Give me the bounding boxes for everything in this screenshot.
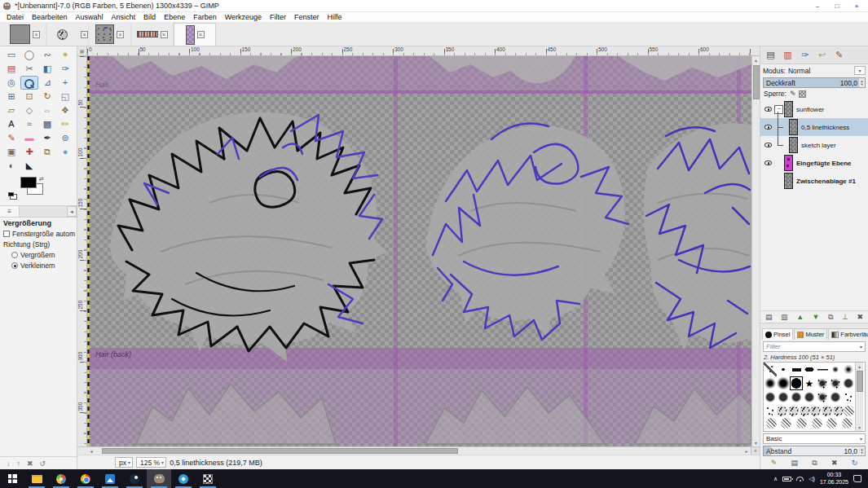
tool-button-text[interactable]: A <box>2 117 20 131</box>
horizontal-scroll-thumb[interactable] <box>102 448 458 454</box>
taskbar-clock[interactable]: 00:33 17.06.2025 <box>820 472 848 486</box>
brush-cell[interactable] <box>766 418 777 429</box>
brush-cell[interactable] <box>826 418 837 429</box>
visibility-eye-icon[interactable] <box>763 125 773 130</box>
brush-cell[interactable] <box>790 390 803 404</box>
tool-button-handle-transform[interactable]: ❖ <box>56 103 74 117</box>
scroll-down-icon[interactable]: ▾ <box>856 424 863 431</box>
menu-item[interactable]: Farben <box>189 13 221 21</box>
tool-button-scissors-select[interactable]: ✂ <box>20 62 38 76</box>
taskbar-app-messenger[interactable] <box>171 469 196 488</box>
dialog-tab-channels[interactable]: ▥ <box>779 46 796 64</box>
tool-button-perspective[interactable]: ◇ <box>20 103 38 117</box>
tool-button-pencil[interactable]: ✏ <box>56 117 74 131</box>
menu-item[interactable]: Werkzeuge <box>221 13 266 21</box>
image-tab-image-2[interactable]: × <box>46 23 89 46</box>
tray-chevron-icon[interactable]: ∧ <box>773 476 778 482</box>
menu-item[interactable]: Filter <box>266 13 290 21</box>
brush-cell[interactable] <box>842 390 855 404</box>
tool-options-button-restore-options[interactable]: ↑ <box>17 459 21 468</box>
brush-cell[interactable] <box>764 404 777 418</box>
image-tab-image-4[interactable]: × <box>131 23 174 46</box>
layer-button-anchor-layer[interactable]: ⊥ <box>842 314 848 321</box>
swap-colors-icon[interactable]: ⇄ <box>39 176 44 182</box>
taskbar-app-explorer[interactable] <box>24 469 49 488</box>
brush-button-delete-brush[interactable]: ✖ <box>831 459 838 467</box>
dialog-tab-layers[interactable]: ▤ <box>762 46 779 64</box>
vertical-ruler[interactable]: 50100150200250300350400 <box>77 56 87 446</box>
tab-close-icon[interactable]: × <box>33 31 40 38</box>
default-colors-icon[interactable] <box>8 192 14 196</box>
visibility-eye-icon[interactable] <box>763 143 773 147</box>
tool-button-scale[interactable]: ◱ <box>56 90 74 103</box>
opacity-slider[interactable]: Deckkraft 100,0 ▲▼ <box>763 77 866 88</box>
brush-button-duplicate-brush[interactable]: ⧉ <box>812 459 817 468</box>
tool-button-ellipse-select[interactable]: ◯ <box>20 48 38 62</box>
taskbar-app-photos[interactable] <box>98 469 122 488</box>
auto-resize-checkbox[interactable] <box>3 231 10 237</box>
tool-button-align[interactable]: ⊞ <box>2 90 20 103</box>
battery-icon[interactable] <box>782 477 791 481</box>
layer-button-duplicate-layer[interactable]: ⧉ <box>828 314 833 321</box>
scroll-up-icon[interactable]: ▴ <box>752 56 760 64</box>
menu-item[interactable]: Datei <box>2 13 28 21</box>
brush-scroll-thumb[interactable] <box>857 371 863 392</box>
layer-button-raise-layer[interactable]: ▲ <box>796 314 804 321</box>
tool-button-gradient[interactable]: ▩ <box>38 117 56 131</box>
tool-button-rectangle-select[interactable]: ▭ <box>2 48 20 62</box>
visibility-eye-icon[interactable] <box>763 160 773 165</box>
brush-filter-input[interactable]: Filter ▾ <box>763 341 866 352</box>
spacing-slider[interactable]: Abstand 10,0 ▲▼ <box>763 446 866 456</box>
brush-cell[interactable] <box>777 376 790 390</box>
menu-item[interactable]: Ebene <box>160 13 189 21</box>
color-swatches[interactable]: ⇄ <box>20 176 77 204</box>
zoom-direction-option[interactable]: Vergrößern <box>0 249 77 260</box>
brush-cell[interactable] <box>764 363 777 376</box>
unit-select[interactable]: px▾ <box>115 457 133 468</box>
brush-cell[interactable] <box>833 406 844 416</box>
tool-button-measure[interactable]: ⊿ <box>38 76 56 90</box>
tool-button-airbrush[interactable]: ⊜ <box>56 131 74 145</box>
brush-cell[interactable] <box>812 418 822 429</box>
brush-scrollbar[interactable]: ▴ ▾ <box>855 363 863 431</box>
brush-button-new-brush[interactable]: ▤ <box>791 459 798 467</box>
brush-cell[interactable] <box>800 406 810 416</box>
lock-alpha-icon[interactable] <box>799 90 806 98</box>
visibility-eye-icon[interactable] <box>763 107 773 112</box>
brush-cell[interactable] <box>764 390 777 404</box>
tool-button-ink[interactable]: ✒ <box>38 131 56 145</box>
tool-button-select-by-color[interactable]: ▤ <box>2 62 20 76</box>
taskbar-app-chrome[interactable] <box>73 469 98 488</box>
tool-button-rotate[interactable]: ↻ <box>38 90 56 103</box>
window-control-close[interactable]: × <box>847 1 866 11</box>
layer-tree-toggle[interactable] <box>773 172 783 190</box>
tool-button-shear[interactable]: ▱ <box>2 103 20 117</box>
menu-item[interactable]: Ansicht <box>108 13 140 21</box>
menu-item[interactable]: Bild <box>139 13 160 21</box>
brush-cell[interactable] <box>777 390 790 404</box>
tool-button-move[interactable]: + <box>56 76 74 90</box>
tab-close-icon[interactable]: × <box>161 31 168 38</box>
zoom-select[interactable]: 125 %▾ <box>136 457 166 468</box>
dock-menu-button[interactable]: ◂ <box>67 206 77 217</box>
brush-cell[interactable] <box>829 390 842 404</box>
brush-cell[interactable] <box>844 406 854 416</box>
radio-icon[interactable] <box>11 262 18 269</box>
layer-row-zwischenablage-1[interactable]: Zwischenablage #1 <box>760 172 868 190</box>
brush-cell[interactable] <box>777 363 790 376</box>
notification-icon[interactable] <box>853 475 861 482</box>
brush-cell[interactable] <box>810 406 821 416</box>
brush-cell[interactable] <box>764 376 777 390</box>
tab-close-icon[interactable]: × <box>117 31 124 38</box>
brush-cell[interactable] <box>790 363 803 376</box>
brush-button-edit-brush[interactable]: ✎ <box>771 459 778 467</box>
tool-button-paths[interactable]: ✑ <box>56 62 74 76</box>
tool-button-smudge[interactable]: ◣ <box>20 159 38 173</box>
brush-cell[interactable] <box>803 376 816 390</box>
layer-button-new-layer[interactable]: ▤ <box>765 314 773 321</box>
dialog-tab-paths[interactable]: ✑ <box>796 46 813 64</box>
layer-row-0-5-linethickness[interactable]: 0,5 linethickness <box>760 118 868 136</box>
image-tab-image-3[interactable]: × <box>89 23 131 46</box>
brush-cell[interactable] <box>777 406 787 416</box>
tool-options-button-save-options[interactable]: ↓ <box>7 459 11 468</box>
